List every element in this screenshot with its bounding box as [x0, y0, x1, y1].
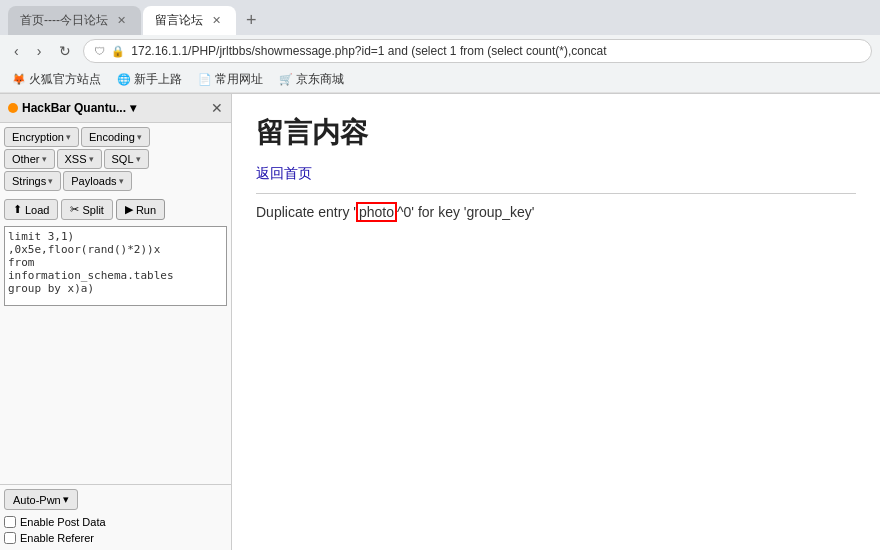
autopwn-label: Auto-Pwn: [13, 494, 61, 506]
firefox-icon: 🦊: [12, 73, 26, 86]
tab-2-close[interactable]: ✕: [209, 13, 224, 28]
hackbar-menus: Encryption ▾ Encoding ▾ Other ▾ XSS ▾: [0, 123, 231, 195]
hackbar-textarea[interactable]: [4, 226, 227, 306]
enable-post-checkbox[interactable]: [4, 516, 16, 528]
hackbar-header-left: HackBar Quantu... ▾: [8, 101, 136, 115]
action-row: ⬆ Load ✂ Split ▶ Run: [0, 195, 231, 224]
hackbar-menu-arrow: ▾: [130, 101, 136, 115]
hackbar-header: HackBar Quantu... ▾ ✕: [0, 94, 231, 123]
enable-post-row: Enable Post Data: [4, 514, 227, 530]
jd-icon: 🛒: [279, 73, 293, 86]
bookmark-jd[interactable]: 🛒 京东商城: [275, 69, 348, 90]
encryption-arrow: ▾: [66, 132, 71, 142]
sql-arrow: ▾: [136, 154, 141, 164]
load-icon: ⬆: [13, 203, 22, 216]
xss-label: XSS: [65, 153, 87, 165]
content-divider: [256, 193, 856, 194]
encoding-menu[interactable]: Encoding ▾: [81, 127, 150, 147]
hackbar-panel: HackBar Quantu... ▾ ✕ Encryption ▾ Encod…: [0, 94, 232, 550]
new-tab-button[interactable]: +: [238, 6, 265, 35]
back-button[interactable]: ‹: [8, 39, 25, 63]
encryption-menu[interactable]: Encryption ▾: [4, 127, 79, 147]
common-icon: 📄: [198, 73, 212, 86]
load-button[interactable]: ⬆ Load: [4, 199, 58, 220]
enable-referer-row: Enable Referer: [4, 530, 227, 546]
strings-label: Strings: [12, 175, 46, 187]
address-bar[interactable]: 🛡 🔒 172.16.1.1/PHP/jrltbbs/showmessage.p…: [83, 39, 872, 63]
run-label: Run: [136, 204, 156, 216]
enable-referer-checkbox[interactable]: [4, 532, 16, 544]
xss-menu[interactable]: XSS ▾: [57, 149, 102, 169]
sql-label: SQL: [112, 153, 134, 165]
lock-icon: 🔒: [111, 45, 125, 58]
split-label: Split: [82, 204, 103, 216]
run-button[interactable]: ▶ Run: [116, 199, 165, 220]
error-after: ^0' for key 'group_key': [397, 204, 535, 220]
bookmark-common-label: 常用网址: [215, 71, 263, 88]
bookmark-firefox-label: 火狐官方站点: [29, 71, 101, 88]
encoding-label: Encoding: [89, 131, 135, 143]
menu-row-3: Strings ▾ Payloads ▾: [4, 171, 227, 191]
payloads-arrow: ▾: [119, 176, 124, 186]
hackbar-close-button[interactable]: ✕: [211, 100, 223, 116]
hackbar-title: HackBar Quantu...: [22, 101, 126, 115]
tab-1[interactable]: 首页----今日论坛 ✕: [8, 6, 141, 35]
bookmark-jd-label: 京东商城: [296, 71, 344, 88]
back-link[interactable]: 返回首页: [256, 165, 312, 181]
page-title: 留言内容: [256, 114, 856, 152]
security-icon: 🛡: [94, 45, 105, 57]
enable-post-label: Enable Post Data: [20, 516, 106, 528]
autopwn-arrow: ▾: [63, 493, 69, 506]
bookmark-firefox[interactable]: 🦊 火狐官方站点: [8, 69, 105, 90]
other-arrow: ▾: [42, 154, 47, 164]
main-area: HackBar Quantu... ▾ ✕ Encryption ▾ Encod…: [0, 94, 880, 550]
payloads-menu[interactable]: Payloads ▾: [63, 171, 131, 191]
enable-referer-label: Enable Referer: [20, 532, 94, 544]
split-button[interactable]: ✂ Split: [61, 199, 112, 220]
bookmark-common[interactable]: 📄 常用网址: [194, 69, 267, 90]
menu-row-2: Other ▾ XSS ▾ SQL ▾: [4, 149, 227, 169]
strings-arrow: ▾: [48, 176, 53, 186]
bookmark-newbie-label: 新手上路: [134, 71, 182, 88]
tab-2-label: 留言论坛: [155, 12, 203, 29]
tab-1-close[interactable]: ✕: [114, 13, 129, 28]
encryption-label: Encryption: [12, 131, 64, 143]
bookmarks-row: 🦊 火狐官方站点 🌐 新手上路 📄 常用网址 🛒 京东商城: [0, 67, 880, 93]
reload-button[interactable]: ↻: [53, 39, 77, 63]
forward-button[interactable]: ›: [31, 39, 48, 63]
other-menu[interactable]: Other ▾: [4, 149, 55, 169]
run-icon: ▶: [125, 203, 133, 216]
menu-row-1: Encryption ▾ Encoding ▾: [4, 127, 227, 147]
xss-arrow: ▾: [89, 154, 94, 164]
url-text: 172.16.1.1/PHP/jrltbbs/showmessage.php?i…: [131, 44, 861, 58]
bookmark-newbie[interactable]: 🌐 新手上路: [113, 69, 186, 90]
hackbar-textarea-wrapper: [0, 224, 231, 484]
address-bar-row: ‹ › ↻ 🛡 🔒 172.16.1.1/PHP/jrltbbs/showmes…: [0, 35, 880, 67]
error-before: Duplicate entry ': [256, 204, 356, 220]
error-message: Duplicate entry 'photo^0' for key 'group…: [256, 204, 856, 220]
strings-menu[interactable]: Strings ▾: [4, 171, 61, 191]
autopwn-section: Auto-Pwn ▾ Enable Post Data Enable Refer…: [0, 484, 231, 550]
newbie-icon: 🌐: [117, 73, 131, 86]
payloads-label: Payloads: [71, 175, 116, 187]
split-icon: ✂: [70, 203, 79, 216]
tab-bar: 首页----今日论坛 ✕ 留言论坛 ✕ +: [0, 0, 880, 35]
error-highlight: photo: [356, 202, 397, 222]
encoding-arrow: ▾: [137, 132, 142, 142]
tab-1-label: 首页----今日论坛: [20, 12, 108, 29]
load-label: Load: [25, 204, 49, 216]
autopwn-button[interactable]: Auto-Pwn ▾: [4, 489, 78, 510]
sql-menu[interactable]: SQL ▾: [104, 149, 149, 169]
tab-2[interactable]: 留言论坛 ✕: [143, 6, 236, 35]
page-content: 留言内容 返回首页 Duplicate entry 'photo^0' for …: [232, 94, 880, 550]
other-label: Other: [12, 153, 40, 165]
hackbar-dot: [8, 103, 18, 113]
